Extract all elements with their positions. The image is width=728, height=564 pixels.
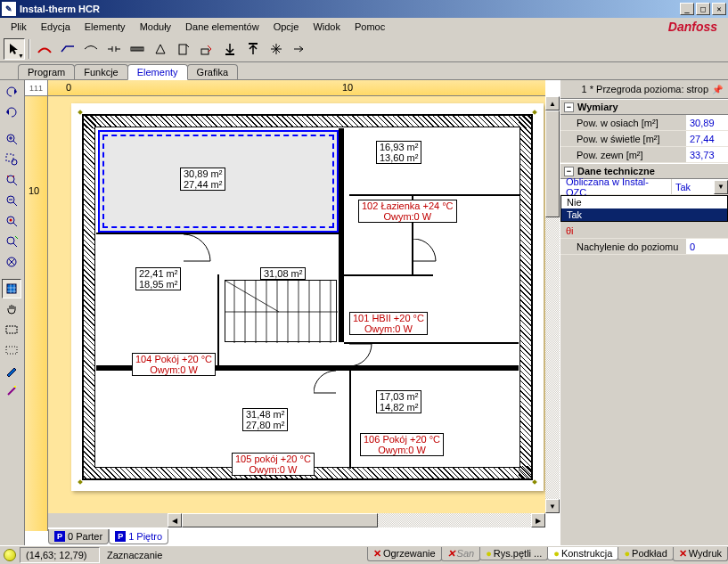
zoom-fit-icon[interactable] <box>2 170 21 190</box>
pen-icon[interactable] <box>2 361 21 380</box>
undo-icon[interactable] <box>2 82 21 102</box>
floor-tab-parter[interactable]: P0 Parter <box>48 529 109 544</box>
x-icon: ✕ <box>447 548 455 560</box>
floor-tabs: P0 Parter P1 Piętro <box>48 527 168 545</box>
dropdown-option-tak[interactable]: Tak <box>561 208 727 221</box>
btab-ogrzewanie[interactable]: ✕Ogrzewanie <box>367 547 442 561</box>
status-indicator-icon[interactable] <box>4 549 16 561</box>
tab-funkcje[interactable]: Funkcje <box>74 64 128 79</box>
tool-valve-icon[interactable] <box>150 38 171 60</box>
wall-h3[interactable] <box>344 274 433 276</box>
scroll-up-button[interactable]: ▲ <box>545 96 560 110</box>
menu-plik[interactable]: Plik <box>4 20 34 34</box>
properties-panel: 1 * Przegroda pozioma: strop 📌 − Wymiary… <box>560 80 728 545</box>
menu-elementy[interactable]: Elementy <box>78 20 133 34</box>
menu-widok[interactable]: Widok <box>306 20 348 34</box>
redo-icon[interactable] <box>2 102 21 122</box>
svg-point-9 <box>10 219 12 222</box>
svg-rect-14 <box>6 347 17 354</box>
vertical-scrollbar[interactable]: ▲ ▼ <box>545 96 560 513</box>
svg-rect-13 <box>6 326 17 333</box>
tool-connector-icon[interactable] <box>103 38 125 60</box>
ruler-corner: 111 <box>25 80 48 96</box>
scroll-left-button[interactable]: ◀ <box>168 513 182 527</box>
statusbar: (14,63; 12,79) Zaznaczanie ✕Ogrzewanie ✕… <box>0 545 728 564</box>
maximize-button[interactable]: □ <box>696 3 710 15</box>
tool-curve-icon[interactable] <box>80 38 102 60</box>
ruler-vertical[interactable]: 10 <box>25 96 48 531</box>
tool-segment-icon[interactable] <box>57 38 78 60</box>
scroll-down-button[interactable]: ▼ <box>545 499 560 513</box>
pin-icon[interactable]: 📌 <box>712 84 723 94</box>
dropdown-option-nie[interactable]: Nie <box>561 196 727 208</box>
stairs[interactable] <box>225 280 337 342</box>
ruler-horizontal[interactable]: 0 10 <box>48 80 545 96</box>
prop-row-editing[interactable]: Obliczana w Instal-OZC Tak ▼ <box>560 179 728 195</box>
minimize-button[interactable]: _ <box>680 3 694 15</box>
horizontal-scrollbar[interactable]: ◀ ▶ <box>25 513 545 527</box>
tool-door-icon[interactable] <box>173 38 194 60</box>
menu-opcje[interactable]: Opcje <box>266 20 307 34</box>
tool-pipe-icon[interactable] <box>34 38 55 60</box>
menu-edycja[interactable]: Edycja <box>34 20 78 34</box>
tool-arrow-icon[interactable] <box>289 38 310 60</box>
wall-h1[interactable] <box>96 233 342 234</box>
section-wymiary[interactable]: − Wymiary <box>560 99 728 115</box>
collapse-icon[interactable]: − <box>564 102 574 112</box>
zoom-area-icon[interactable] <box>2 150 21 169</box>
prop-row[interactable]: Pow. w świetle [m²]27,44 <box>560 131 728 147</box>
props-title: 1 * Przegroda pozioma: strop <box>566 84 708 94</box>
tab-grafika[interactable]: Grafika <box>187 64 238 79</box>
zoom-ext-icon[interactable] <box>2 211 21 231</box>
menu-pomoc[interactable]: Pomoc <box>348 20 392 34</box>
door-icon <box>184 234 219 270</box>
tool-star-icon[interactable] <box>266 38 287 60</box>
prop-row[interactable]: θi <box>560 223 728 239</box>
zoom-in-icon[interactable] <box>2 129 21 149</box>
pan-icon[interactable] <box>2 299 21 319</box>
collapse-icon[interactable]: − <box>564 167 574 176</box>
menu-moduly[interactable]: Moduły <box>133 20 178 34</box>
door-icon <box>314 371 340 397</box>
btab-ryspetli[interactable]: ●Rys.pętli ... <box>479 547 548 560</box>
window-title: Instal-therm HCR <box>20 4 678 14</box>
drawing-canvas[interactable]: 30,89 m²27,44 m² <box>48 96 545 513</box>
scroll-thumb-h[interactable] <box>182 513 378 527</box>
btab-san[interactable]: ✕San <box>441 547 481 561</box>
layer-grid-icon[interactable] <box>2 279 21 298</box>
room-label-r6: 101 HBII +20 °COwym:0 W <box>349 312 428 335</box>
ruler-h-tick: 10 <box>342 82 353 93</box>
prop-row[interactable]: Nachylenie do poziomu 0 <box>560 239 728 255</box>
btab-podklad[interactable]: ●Podkład <box>618 547 673 560</box>
tab-program[interactable]: Program <box>18 64 75 79</box>
tool-up-icon[interactable] <box>242 38 264 60</box>
zoom-all-icon[interactable] <box>2 252 21 272</box>
btab-konstrukcja[interactable]: ●Konstrukcja <box>547 547 618 560</box>
prop-row[interactable]: Pow. zewn [m²]33,73 <box>560 147 728 163</box>
btab-wydruk[interactable]: ✕Wydruk <box>673 547 728 561</box>
pointer-tool-button[interactable]: ▼ <box>4 38 25 60</box>
zoom-prev-icon[interactable] <box>2 232 21 251</box>
wall-v2[interactable] <box>217 274 219 367</box>
menu-dane[interactable]: Dane elementów <box>178 20 266 34</box>
close-button[interactable]: ✕ <box>712 3 726 15</box>
zoom-out-icon[interactable] <box>2 191 21 210</box>
wall-v1[interactable] <box>339 128 344 342</box>
selected-room[interactable]: 30,89 m²27,44 m² <box>98 130 339 233</box>
dropdown-arrow-icon[interactable]: ▼ <box>714 180 728 194</box>
scroll-thumb-v[interactable] <box>545 110 560 217</box>
wall-v3[interactable] <box>349 371 351 469</box>
tool-edit-icon[interactable] <box>196 38 217 60</box>
select-rect2-icon[interactable] <box>2 340 21 360</box>
select-rect-icon[interactable] <box>2 320 21 339</box>
wall-h5[interactable] <box>349 194 520 196</box>
tool-radiator-icon[interactable] <box>127 38 148 60</box>
left-toolbar <box>0 80 25 545</box>
bulb-icon: ● <box>486 548 492 559</box>
scroll-right-button[interactable]: ▶ <box>531 513 545 527</box>
tab-elementy[interactable]: Elementy <box>127 64 188 80</box>
wand-icon[interactable] <box>2 381 21 401</box>
tool-down-icon[interactable] <box>219 38 241 60</box>
prop-row[interactable]: Pow. w osiach [m²]30,89 <box>560 115 728 131</box>
floor-tab-pietro[interactable]: P1 Piętro <box>109 529 168 544</box>
